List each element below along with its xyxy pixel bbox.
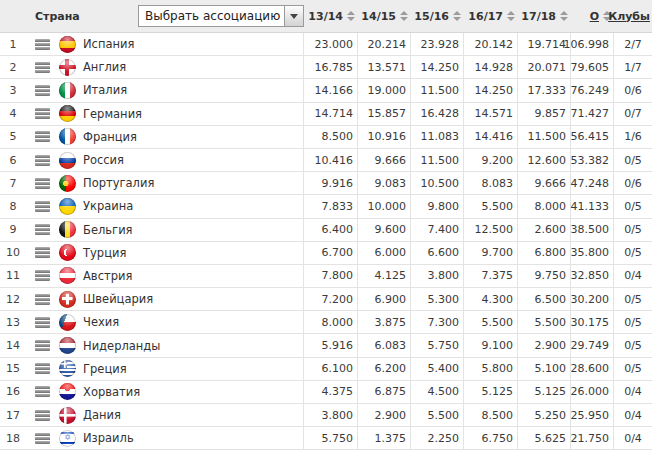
sort-arrows-icon[interactable] bbox=[507, 11, 515, 21]
season-value: 5.125 bbox=[463, 381, 517, 403]
season-value: 6.400 bbox=[303, 219, 357, 241]
header-left-area: Страна Выбрать ассоциацию bbox=[0, 0, 303, 32]
country-link[interactable]: Швейцария bbox=[58, 288, 303, 310]
matches-list-icon[interactable] bbox=[35, 410, 50, 421]
season-value: 7.300 bbox=[410, 311, 463, 333]
column-header-season[interactable]: 16/17 bbox=[463, 0, 517, 32]
season-value: 4.125 bbox=[357, 265, 410, 287]
flag-ru-icon bbox=[59, 152, 76, 169]
table-row: 1 Испания 23.000 20.214 23.928 20.142 19… bbox=[0, 33, 652, 56]
country-link[interactable]: Хорватия bbox=[58, 381, 303, 403]
season-value: 4.300 bbox=[463, 288, 517, 310]
season-value: 16.428 bbox=[410, 103, 463, 125]
total-value: 25.950 bbox=[570, 404, 613, 426]
clubs-value: 0/5 bbox=[613, 195, 652, 217]
matches-list-icon[interactable] bbox=[35, 178, 50, 189]
sort-arrows-icon[interactable] bbox=[560, 11, 568, 21]
matches-list-icon[interactable] bbox=[35, 224, 50, 235]
association-select-value: Выбрать ассоциацию bbox=[145, 9, 284, 23]
country-link[interactable]: Франция bbox=[58, 126, 303, 148]
season-value: 14.250 bbox=[463, 79, 517, 101]
matches-list-icon[interactable] bbox=[35, 363, 50, 374]
total-value: 28.600 bbox=[570, 358, 613, 380]
flag-il-icon bbox=[59, 430, 76, 447]
country-link[interactable]: Россия bbox=[58, 149, 303, 171]
flag-de-icon bbox=[59, 105, 76, 122]
sort-arrows-icon[interactable] bbox=[453, 11, 461, 21]
flag-es-icon bbox=[59, 36, 76, 53]
season-value: 3.800 bbox=[303, 404, 357, 426]
season-value: 6.083 bbox=[357, 334, 410, 356]
country-link[interactable]: Испания bbox=[58, 33, 303, 55]
country-link[interactable]: Португалия bbox=[58, 172, 303, 194]
total-value: 29.749 bbox=[570, 334, 613, 356]
country-link[interactable]: Италия bbox=[58, 79, 303, 101]
column-header-season[interactable]: 14/15 bbox=[357, 0, 410, 32]
country-link[interactable]: Нидерланды bbox=[58, 334, 303, 356]
matches-list-icon[interactable] bbox=[35, 294, 50, 305]
column-header-season[interactable]: 15/16 bbox=[410, 0, 463, 32]
country-name: Израиль bbox=[83, 431, 134, 445]
matches-list-icon[interactable] bbox=[35, 433, 50, 444]
country-link[interactable]: Израиль bbox=[58, 427, 303, 449]
matches-list-icon[interactable] bbox=[35, 247, 50, 258]
season-value: 16.785 bbox=[303, 56, 357, 78]
matches-list-icon[interactable] bbox=[35, 270, 50, 281]
rank-cell: 8 bbox=[0, 195, 26, 217]
matches-list-icon[interactable] bbox=[35, 386, 50, 397]
country-link[interactable]: Бельгия bbox=[58, 219, 303, 241]
season-value: 9.857 bbox=[517, 103, 570, 125]
country-link[interactable]: Греция bbox=[58, 358, 303, 380]
matches-list-icon[interactable] bbox=[35, 85, 50, 96]
country-name: Чехия bbox=[83, 315, 119, 329]
rank-cell: 15 bbox=[0, 358, 26, 380]
rank-cell: 11 bbox=[0, 265, 26, 287]
association-select[interactable]: Выбрать ассоциацию bbox=[138, 5, 304, 27]
clubs-value: 0/7 bbox=[613, 103, 652, 125]
expand-cell bbox=[26, 149, 58, 171]
season-value: 20.071 bbox=[517, 56, 570, 78]
country-link[interactable]: Австрия bbox=[58, 265, 303, 287]
sort-arrows-icon[interactable] bbox=[400, 11, 408, 21]
country-link[interactable]: Турция bbox=[58, 242, 303, 264]
season-value: 10.500 bbox=[410, 172, 463, 194]
matches-list-icon[interactable] bbox=[35, 340, 50, 351]
expand-cell bbox=[26, 358, 58, 380]
expand-cell bbox=[26, 427, 58, 449]
matches-list-icon[interactable] bbox=[35, 201, 50, 212]
country-link[interactable]: Чехия bbox=[58, 311, 303, 333]
matches-list-icon[interactable] bbox=[35, 62, 50, 73]
clubs-value: 2/7 bbox=[613, 33, 652, 55]
rank-cell: 18 bbox=[0, 427, 26, 449]
country-link[interactable]: Украина bbox=[58, 195, 303, 217]
column-header-season[interactable]: 13/14 bbox=[303, 0, 357, 32]
country-name: Португалия bbox=[83, 176, 154, 190]
sort-arrows-icon[interactable] bbox=[347, 11, 355, 21]
country-link[interactable]: Дания bbox=[58, 404, 303, 426]
season-value: 12.600 bbox=[517, 149, 570, 171]
column-header-total[interactable]: О bbox=[570, 0, 613, 32]
country-link[interactable]: Германия bbox=[58, 103, 303, 125]
total-column-label[interactable]: О bbox=[590, 11, 599, 22]
total-value: 38.500 bbox=[570, 219, 613, 241]
table-row: 3 Италия 14.166 19.000 11.500 14.250 17.… bbox=[0, 79, 652, 102]
total-value: 30.175 bbox=[570, 311, 613, 333]
expand-cell bbox=[26, 172, 58, 194]
country-link[interactable]: Англия bbox=[58, 56, 303, 78]
clubs-column-label[interactable]: Клубы bbox=[608, 11, 650, 22]
flag-nl-icon bbox=[59, 337, 76, 354]
matches-list-icon[interactable] bbox=[35, 131, 50, 142]
chevron-down-icon[interactable] bbox=[284, 6, 303, 26]
matches-list-icon[interactable] bbox=[35, 317, 50, 328]
season-value: 4.375 bbox=[303, 381, 357, 403]
table-row: 12 Швейцария 7.200 6.900 5.300 4.300 6.5… bbox=[0, 288, 652, 311]
total-value: 41.133 bbox=[570, 195, 613, 217]
matches-list-icon[interactable] bbox=[35, 108, 50, 119]
rank-cell: 3 bbox=[0, 79, 26, 101]
column-header-clubs[interactable]: Клубы bbox=[613, 0, 652, 32]
matches-list-icon[interactable] bbox=[35, 155, 50, 166]
season-value: 13.571 bbox=[357, 56, 410, 78]
column-header-season[interactable]: 17/18 bbox=[517, 0, 570, 32]
season-value: 20.142 bbox=[463, 33, 517, 55]
matches-list-icon[interactable] bbox=[35, 39, 50, 50]
